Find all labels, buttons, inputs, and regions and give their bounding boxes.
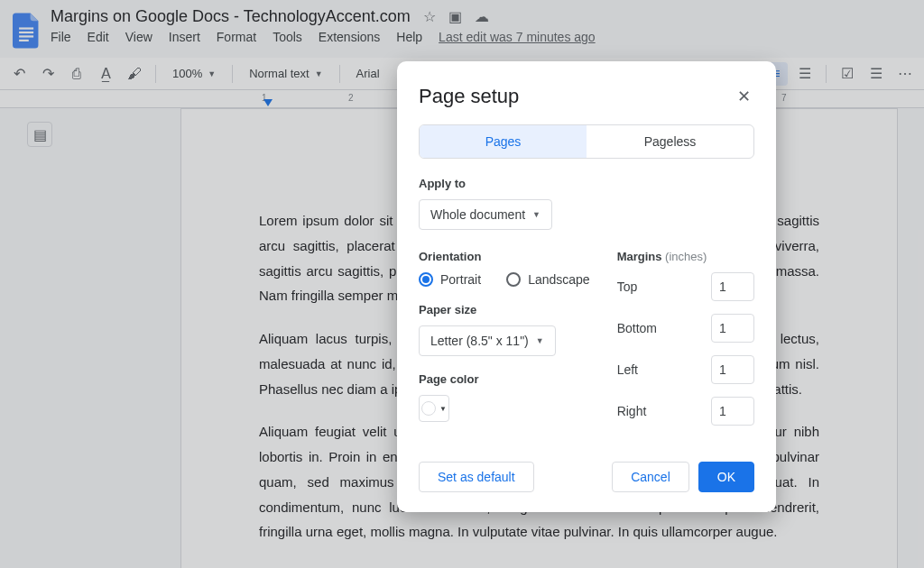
set-as-default-button[interactable]: Set as default	[419, 462, 534, 492]
svg-rect-0	[19, 27, 33, 29]
style-dropdown[interactable]: Normal text▼	[242, 62, 329, 86]
menu-view[interactable]: View	[125, 30, 152, 44]
checklist-icon[interactable]: ☑	[836, 62, 859, 86]
ok-button[interactable]: OK	[698, 462, 754, 492]
svg-rect-3	[19, 40, 29, 41]
margins-label: Margins (inches)	[617, 250, 754, 263]
font-dropdown[interactable]: Arial	[349, 62, 387, 86]
redo-icon[interactable]: ↷	[36, 62, 60, 86]
zoom-dropdown[interactable]: 100%▼	[165, 62, 223, 86]
margin-right-label: Right	[617, 404, 647, 418]
star-icon[interactable]: ☆	[423, 8, 436, 25]
more-icon[interactable]: ⋯	[893, 62, 917, 86]
paper-size-select[interactable]: Letter (8.5" x 11")▼	[419, 325, 556, 356]
menu-bar: File Edit View Insert Format Tools Exten…	[51, 30, 910, 44]
spellcheck-icon[interactable]: A̲	[94, 62, 117, 86]
docs-logo-icon[interactable]	[11, 9, 43, 52]
margin-left-input[interactable]	[711, 355, 754, 384]
dialog-title: Page setup	[419, 85, 519, 108]
header: Margins on Google Docs - TechnologyAccen…	[0, 0, 924, 58]
bulleted-list-icon[interactable]: ☰	[864, 62, 888, 86]
tab-pages[interactable]: Pages	[420, 125, 587, 158]
menu-edit[interactable]: Edit	[88, 30, 109, 44]
svg-rect-1	[19, 32, 33, 33]
cancel-button[interactable]: Cancel	[612, 462, 689, 492]
orientation-landscape-radio[interactable]: Landscape	[506, 272, 590, 287]
tab-pageless[interactable]: Pageless	[587, 125, 753, 158]
menu-help[interactable]: Help	[396, 30, 422, 44]
cloud-icon[interactable]: ☁	[475, 8, 489, 25]
margin-left-label: Left	[617, 362, 638, 377]
menu-extensions[interactable]: Extensions	[319, 30, 380, 44]
line-spacing-icon[interactable]: ☰	[793, 62, 817, 86]
page-color-label: Page color	[419, 372, 590, 386]
undo-icon[interactable]: ↶	[7, 62, 31, 86]
orientation-label: Orientation	[419, 250, 590, 263]
page-color-picker[interactable]: ▼	[419, 395, 449, 422]
menu-file[interactable]: File	[51, 30, 71, 44]
menu-format[interactable]: Format	[217, 30, 256, 44]
svg-rect-2	[19, 35, 33, 37]
margin-bottom-label: Bottom	[617, 321, 657, 335]
page-setup-dialog: Page setup ✕ Pages Pageless Apply to Who…	[397, 61, 776, 512]
margin-right-input[interactable]	[711, 397, 754, 426]
margin-bottom-input[interactable]	[711, 314, 754, 343]
margin-top-input[interactable]	[711, 272, 754, 301]
menu-insert[interactable]: Insert	[169, 30, 200, 44]
paint-format-icon[interactable]: 🖌	[123, 62, 146, 86]
close-icon[interactable]: ✕	[734, 83, 754, 110]
paper-size-label: Paper size	[419, 303, 590, 316]
orientation-portrait-radio[interactable]: Portrait	[419, 272, 481, 287]
tab-bar: Pages Pageless	[419, 124, 754, 159]
outline-toggle-icon[interactable]: ▤	[27, 122, 52, 147]
print-icon[interactable]: ⎙	[65, 62, 88, 86]
move-icon[interactable]: ▣	[448, 8, 462, 25]
last-edit-link[interactable]: Last edit was 7 minutes ago	[439, 30, 596, 44]
apply-to-select[interactable]: Whole document▼	[419, 199, 552, 230]
menu-tools[interactable]: Tools	[273, 30, 302, 44]
margin-top-label: Top	[617, 279, 638, 294]
document-title[interactable]: Margins on Google Docs - TechnologyAccen…	[51, 7, 411, 26]
apply-to-label: Apply to	[419, 177, 754, 190]
